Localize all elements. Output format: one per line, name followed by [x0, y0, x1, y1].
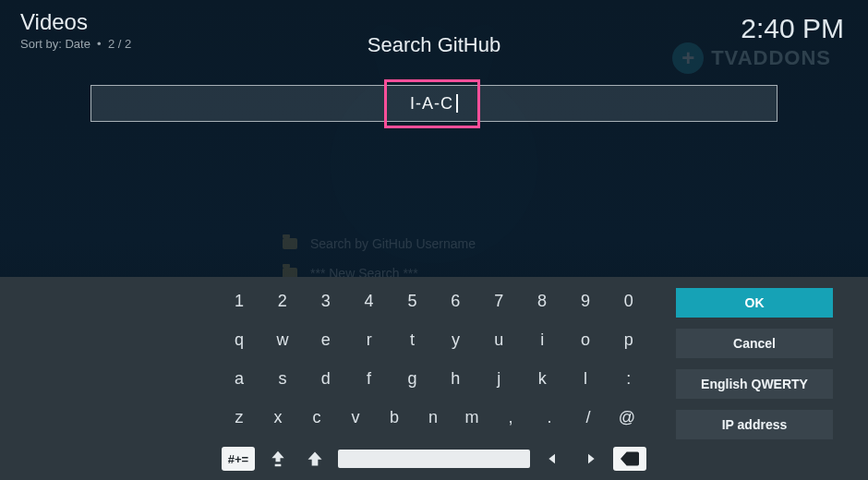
shift-icon [306, 450, 324, 468]
backspace-icon [621, 451, 639, 466]
ok-button[interactable]: OK [676, 288, 833, 318]
key-colon[interactable]: : [611, 364, 646, 393]
key-g[interactable]: g [395, 364, 430, 393]
key-d[interactable]: d [308, 364, 344, 393]
key-u[interactable]: u [481, 325, 516, 354]
key-p[interactable]: p [611, 325, 646, 354]
key-e[interactable]: e [308, 325, 344, 354]
key-row-3: z x c v b n m , . / @ [222, 402, 646, 432]
key-9[interactable]: 9 [568, 286, 603, 316]
keyboard-bottom-row: #+= [222, 447, 646, 471]
key-4[interactable]: 4 [352, 286, 387, 316]
screen: + TVADDONS Videos Sort by: Date • 2 / 2 … [0, 0, 868, 480]
keyboard-side-buttons: OK Cancel English QWERTY IP address [676, 288, 833, 439]
key-j[interactable]: j [481, 364, 516, 393]
key-r[interactable]: r [352, 325, 387, 354]
key-5[interactable]: 5 [395, 286, 430, 316]
key-v[interactable]: v [338, 402, 373, 432]
key-z[interactable]: z [222, 402, 257, 432]
key-2[interactable]: 2 [265, 286, 300, 316]
cursor-icon [456, 94, 458, 113]
search-input[interactable]: I-A-C [90, 85, 778, 122]
key-a[interactable]: a [222, 364, 257, 393]
key-b[interactable]: b [377, 402, 412, 432]
key-slash[interactable]: / [571, 402, 606, 432]
key-m[interactable]: m [454, 402, 489, 432]
page-title: Videos [20, 9, 131, 35]
key-n[interactable]: n [416, 402, 451, 432]
layout-button[interactable]: English QWERTY [676, 369, 833, 399]
key-row-numbers: 1 2 3 4 5 6 7 8 9 0 [222, 286, 646, 316]
key-8[interactable]: 8 [524, 286, 560, 316]
key-7[interactable]: 7 [481, 286, 516, 316]
arrow-left-icon [546, 451, 561, 466]
arrow-left-key[interactable] [539, 447, 567, 471]
key-6[interactable]: 6 [438, 286, 473, 316]
key-t[interactable]: t [395, 325, 430, 354]
arrow-right-icon [583, 451, 597, 466]
symbols-key-label: #+= [228, 452, 248, 466]
shift-key[interactable] [301, 447, 329, 471]
key-y[interactable]: y [438, 325, 473, 354]
key-o[interactable]: o [568, 325, 603, 354]
cancel-button[interactable]: Cancel [676, 329, 833, 358]
bg-menu-item: Search by GitHub Username [310, 236, 476, 251]
key-w[interactable]: w [265, 325, 300, 354]
keyboard-panel: 1 2 3 4 5 6 7 8 9 0 q w e r t y u i o [0, 277, 868, 480]
ip-address-button[interactable]: IP address [676, 410, 833, 439]
key-c[interactable]: c [299, 402, 334, 432]
key-comma[interactable]: , [493, 402, 528, 432]
key-0[interactable]: 0 [611, 286, 646, 316]
key-3[interactable]: 3 [308, 286, 344, 316]
backspace-key[interactable] [613, 447, 646, 471]
dialog-title: Search GitHub [0, 33, 868, 57]
key-f[interactable]: f [352, 364, 387, 393]
key-period[interactable]: . [532, 402, 567, 432]
search-input-value: I-A-C [410, 94, 453, 114]
key-1[interactable]: 1 [222, 286, 257, 316]
key-row-2: a s d f g h j k l : [222, 364, 646, 393]
key-at[interactable]: @ [609, 402, 645, 432]
key-i[interactable]: i [524, 325, 560, 354]
key-row-1: q w e r t y u i o p [222, 325, 646, 354]
key-l[interactable]: l [568, 364, 603, 393]
key-x[interactable]: x [260, 402, 295, 432]
capslock-icon [269, 450, 287, 468]
key-s[interactable]: s [265, 364, 300, 393]
key-k[interactable]: k [524, 364, 560, 393]
key-q[interactable]: q [222, 325, 257, 354]
keyboard-grid: 1 2 3 4 5 6 7 8 9 0 q w e r t y u i o [222, 286, 646, 441]
spacebar-key[interactable] [338, 450, 530, 468]
key-h[interactable]: h [438, 364, 473, 393]
folder-icon [283, 238, 297, 249]
symbols-key[interactable]: #+= [222, 447, 255, 471]
capslock-key[interactable] [264, 447, 292, 471]
arrow-right-key[interactable] [576, 447, 604, 471]
